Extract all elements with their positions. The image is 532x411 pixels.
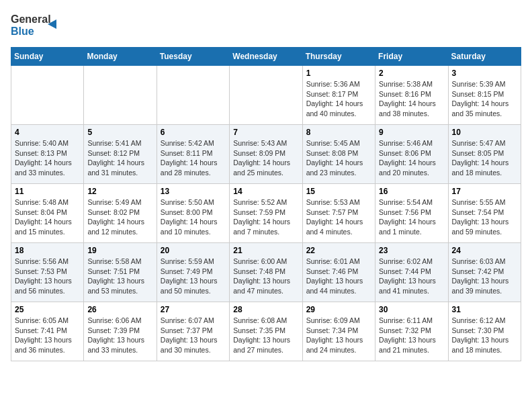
calendar-week-2: 4Sunrise: 5:40 AMSunset: 8:13 PMDaylight… [11, 125, 521, 184]
calendar-cell: 15Sunrise: 5:53 AMSunset: 7:57 PMDayligh… [302, 184, 375, 243]
calendar-cell [157, 66, 229, 125]
day-info: Sunrise: 6:03 AMSunset: 7:42 PMDaylight:… [452, 257, 517, 296]
calendar-cell: 1Sunrise: 5:36 AMSunset: 8:17 PMDaylight… [302, 66, 375, 125]
day-info: Sunrise: 6:08 AMSunset: 7:35 PMDaylight:… [233, 316, 298, 355]
day-number: 10 [452, 128, 517, 137]
day-number: 12 [87, 187, 152, 196]
day-info: Sunrise: 6:00 AMSunset: 7:48 PMDaylight:… [233, 257, 298, 296]
day-number: 8 [306, 128, 371, 137]
weekday-header-tuesday: Tuesday [157, 48, 229, 66]
calendar-cell: 22Sunrise: 6:01 AMSunset: 7:46 PMDayligh… [302, 243, 375, 302]
calendar-cell [11, 66, 84, 125]
day-number: 4 [15, 128, 80, 137]
day-number: 9 [379, 128, 444, 137]
calendar-cell: 12Sunrise: 5:49 AMSunset: 8:02 PMDayligh… [84, 184, 157, 243]
calendar-cell: 5Sunrise: 5:41 AMSunset: 8:12 PMDaylight… [84, 125, 157, 184]
calendar-body: 1Sunrise: 5:36 AMSunset: 8:17 PMDaylight… [11, 66, 521, 361]
calendar-week-3: 11Sunrise: 5:48 AMSunset: 8:04 PMDayligh… [11, 184, 521, 243]
logo: GeneralBlue [11, 11, 64, 39]
day-number: 7 [233, 128, 298, 137]
calendar-header: SundayMondayTuesdayWednesdayThursdayFrid… [11, 48, 521, 66]
calendar-cell: 13Sunrise: 5:50 AMSunset: 8:00 PMDayligh… [157, 184, 229, 243]
day-info: Sunrise: 5:38 AMSunset: 8:16 PMDaylight:… [379, 79, 444, 119]
day-number: 2 [379, 68, 444, 78]
calendar-cell: 8Sunrise: 5:45 AMSunset: 8:08 PMDaylight… [302, 125, 375, 184]
calendar-cell: 4Sunrise: 5:40 AMSunset: 8:13 PMDaylight… [11, 125, 84, 184]
page-header: GeneralBlue [11, 11, 521, 39]
calendar-cell: 27Sunrise: 6:07 AMSunset: 7:37 PMDayligh… [157, 302, 229, 361]
day-info: Sunrise: 6:12 AMSunset: 7:30 PMDaylight:… [452, 316, 517, 355]
day-number: 13 [161, 187, 226, 196]
calendar-cell [230, 66, 302, 125]
calendar-cell: 23Sunrise: 6:02 AMSunset: 7:44 PMDayligh… [375, 243, 448, 302]
calendar-cell: 9Sunrise: 5:46 AMSunset: 8:06 PMDaylight… [375, 125, 448, 184]
day-number: 21 [233, 246, 298, 255]
day-number: 30 [379, 305, 444, 314]
day-number: 23 [379, 246, 444, 255]
svg-text:General: General [11, 13, 51, 25]
day-info: Sunrise: 5:49 AMSunset: 8:02 PMDaylight:… [87, 197, 152, 237]
day-info: Sunrise: 5:42 AMSunset: 8:11 PMDaylight:… [161, 138, 226, 178]
calendar-week-5: 25Sunrise: 6:05 AMSunset: 7:41 PMDayligh… [11, 302, 521, 361]
day-info: Sunrise: 5:55 AMSunset: 7:54 PMDaylight:… [452, 197, 517, 237]
calendar-cell: 21Sunrise: 6:00 AMSunset: 7:48 PMDayligh… [230, 243, 302, 302]
calendar-cell: 29Sunrise: 6:09 AMSunset: 7:34 PMDayligh… [302, 302, 375, 361]
day-number: 3 [452, 68, 517, 78]
day-number: 11 [15, 187, 80, 196]
day-info: Sunrise: 6:01 AMSunset: 7:46 PMDaylight:… [306, 257, 371, 296]
day-number: 26 [87, 305, 152, 314]
calendar-cell: 14Sunrise: 5:52 AMSunset: 7:59 PMDayligh… [230, 184, 302, 243]
day-number: 24 [452, 246, 517, 255]
day-info: Sunrise: 5:45 AMSunset: 8:08 PMDaylight:… [306, 138, 371, 178]
day-info: Sunrise: 5:39 AMSunset: 8:15 PMDaylight:… [452, 79, 517, 119]
calendar-cell: 25Sunrise: 6:05 AMSunset: 7:41 PMDayligh… [11, 302, 84, 361]
day-number: 15 [306, 187, 371, 196]
day-number: 14 [233, 187, 298, 196]
day-number: 19 [87, 246, 152, 255]
calendar-week-4: 18Sunrise: 5:56 AMSunset: 7:53 PMDayligh… [11, 243, 521, 302]
day-info: Sunrise: 6:02 AMSunset: 7:44 PMDaylight:… [379, 257, 444, 296]
calendar-cell: 28Sunrise: 6:08 AMSunset: 7:35 PMDayligh… [230, 302, 302, 361]
day-info: Sunrise: 5:36 AMSunset: 8:17 PMDaylight:… [306, 79, 371, 119]
calendar-week-1: 1Sunrise: 5:36 AMSunset: 8:17 PMDaylight… [11, 66, 521, 125]
day-info: Sunrise: 6:06 AMSunset: 7:39 PMDaylight:… [87, 316, 152, 355]
calendar-cell: 17Sunrise: 5:55 AMSunset: 7:54 PMDayligh… [448, 184, 521, 243]
day-info: Sunrise: 5:41 AMSunset: 8:12 PMDaylight:… [87, 138, 152, 178]
weekday-header-monday: Monday [84, 48, 157, 66]
weekday-header-thursday: Thursday [302, 48, 375, 66]
day-info: Sunrise: 5:54 AMSunset: 7:56 PMDaylight:… [379, 197, 444, 237]
day-number: 28 [233, 305, 298, 314]
calendar-cell: 19Sunrise: 5:58 AMSunset: 7:51 PMDayligh… [84, 243, 157, 302]
calendar-cell [84, 66, 157, 125]
day-info: Sunrise: 6:07 AMSunset: 7:37 PMDaylight:… [161, 316, 226, 355]
calendar-cell: 6Sunrise: 5:42 AMSunset: 8:11 PMDaylight… [157, 125, 229, 184]
day-number: 31 [452, 305, 517, 314]
day-number: 25 [15, 305, 80, 314]
day-number: 1 [306, 68, 371, 78]
day-info: Sunrise: 5:43 AMSunset: 8:09 PMDaylight:… [233, 138, 298, 178]
day-info: Sunrise: 5:59 AMSunset: 7:49 PMDaylight:… [161, 257, 226, 296]
day-number: 5 [87, 128, 152, 137]
logo-svg: GeneralBlue [11, 11, 64, 39]
weekday-header-saturday: Saturday [448, 48, 521, 66]
weekday-header-sunday: Sunday [11, 48, 84, 66]
day-info: Sunrise: 6:05 AMSunset: 7:41 PMDaylight:… [15, 316, 80, 355]
calendar-cell: 2Sunrise: 5:38 AMSunset: 8:16 PMDaylight… [375, 66, 448, 125]
day-number: 22 [306, 246, 371, 255]
calendar-cell: 31Sunrise: 6:12 AMSunset: 7:30 PMDayligh… [448, 302, 521, 361]
day-info: Sunrise: 5:52 AMSunset: 7:59 PMDaylight:… [233, 197, 298, 237]
calendar-table: SundayMondayTuesdayWednesdayThursdayFrid… [11, 47, 521, 361]
day-info: Sunrise: 5:47 AMSunset: 8:05 PMDaylight:… [452, 138, 517, 178]
calendar-cell: 7Sunrise: 5:43 AMSunset: 8:09 PMDaylight… [230, 125, 302, 184]
weekday-header-friday: Friday [375, 48, 448, 66]
day-number: 29 [306, 305, 371, 314]
day-info: Sunrise: 5:58 AMSunset: 7:51 PMDaylight:… [87, 257, 152, 296]
day-info: Sunrise: 5:50 AMSunset: 8:00 PMDaylight:… [161, 197, 226, 237]
calendar-cell: 24Sunrise: 6:03 AMSunset: 7:42 PMDayligh… [448, 243, 521, 302]
day-info: Sunrise: 5:53 AMSunset: 7:57 PMDaylight:… [306, 197, 371, 237]
day-number: 17 [452, 187, 517, 196]
day-number: 27 [161, 305, 226, 314]
day-number: 18 [15, 246, 80, 255]
calendar-cell: 18Sunrise: 5:56 AMSunset: 7:53 PMDayligh… [11, 243, 84, 302]
calendar-cell: 3Sunrise: 5:39 AMSunset: 8:15 PMDaylight… [448, 66, 521, 125]
